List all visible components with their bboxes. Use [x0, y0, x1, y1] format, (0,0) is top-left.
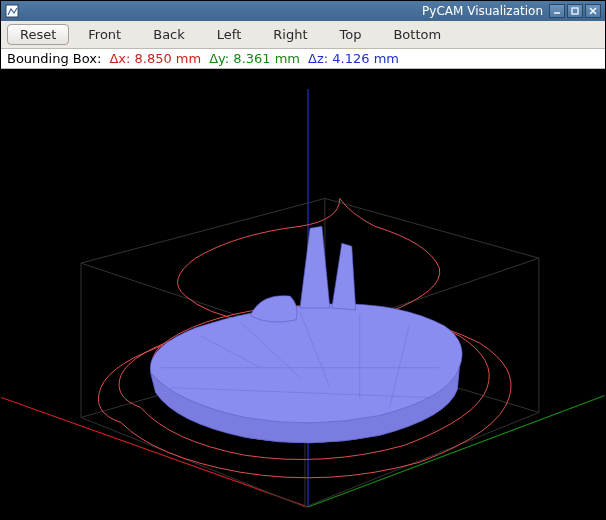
model-mesh: [150, 226, 462, 443]
close-button[interactable]: [585, 4, 601, 18]
viewport-3d[interactable]: [1, 69, 605, 519]
app-icon: [5, 4, 19, 18]
delta-y: Δy: 8.361 mm: [209, 51, 300, 66]
window-controls: [549, 4, 601, 18]
maximize-button[interactable]: [567, 4, 583, 18]
window-title: PyCAM Visualization: [422, 4, 543, 18]
reset-button[interactable]: Reset: [7, 24, 69, 45]
bounding-box-info: Bounding Box: Δx: 8.850 mm Δy: 8.361 mm …: [1, 49, 605, 69]
top-button[interactable]: Top: [326, 24, 374, 45]
back-button[interactable]: Back: [140, 24, 198, 45]
titlebar: PyCAM Visualization: [1, 1, 605, 21]
svg-rect-2: [572, 8, 578, 14]
minimize-button[interactable]: [549, 4, 565, 18]
delta-x: Δx: 8.850 mm: [109, 51, 201, 66]
left-button[interactable]: Left: [204, 24, 254, 45]
bottom-button[interactable]: Bottom: [380, 24, 454, 45]
bounding-box-label: Bounding Box:: [7, 51, 101, 66]
right-button[interactable]: Right: [260, 24, 320, 45]
delta-z: Δz: 4.126 mm: [308, 51, 399, 66]
front-button[interactable]: Front: [75, 24, 134, 45]
scene-svg: [1, 69, 605, 519]
view-toolbar: Reset Front Back Left Right Top Bottom: [1, 21, 605, 49]
